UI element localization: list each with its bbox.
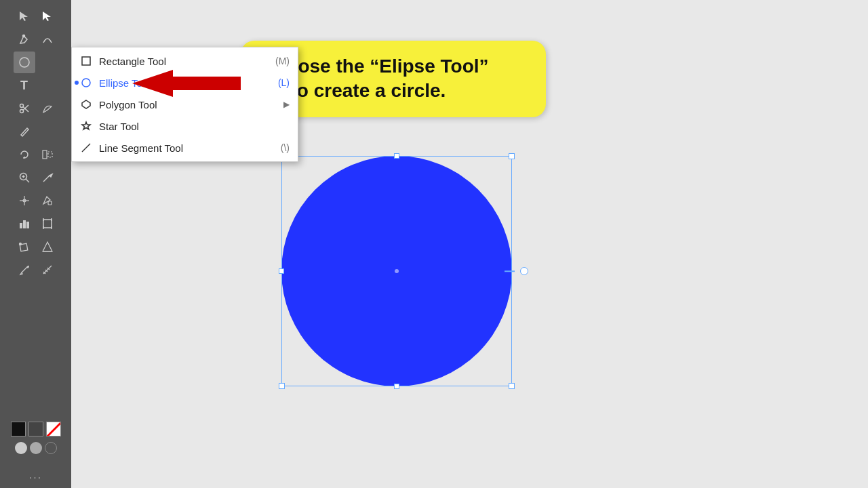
color-swatches (11, 422, 61, 454)
rectangle-tool-shortcut: (M) (275, 56, 290, 66)
line-segment-tool-menu-item[interactable]: Line Segment Tool (\) (72, 137, 298, 159)
svg-point-5 (20, 104, 23, 108)
svg-line-32 (22, 267, 27, 272)
circle-container (281, 156, 512, 386)
svg-line-41 (82, 144, 90, 152)
rectangle-tool-menu-item[interactable]: Rectangle Tool (M) (72, 50, 298, 72)
svg-rect-37 (82, 57, 90, 65)
svg-marker-39 (82, 100, 90, 108)
gradient-swatch[interactable] (30, 442, 42, 454)
type-tool[interactable]: T (14, 75, 35, 96)
star-tool-label: Star Tool (99, 121, 139, 132)
eyedropper-tool[interactable] (14, 259, 35, 281)
measure-tool[interactable] (37, 259, 58, 281)
tool-dropdown-menu: Rectangle Tool (M) Ellipse Tool (L) Poly… (71, 47, 298, 162)
star-tool-icon (80, 120, 92, 132)
instruction-arrow (132, 70, 241, 100)
handle-top-right[interactable] (509, 153, 515, 159)
svg-rect-19 (48, 201, 52, 205)
main-content: Rectangle Tool (M) Ellipse Tool (L) Poly… (71, 0, 868, 488)
svg-point-4 (20, 110, 23, 113)
artboard-tool[interactable] (37, 213, 58, 235)
selection-tool[interactable] (14, 5, 35, 27)
fill-swatch[interactable] (11, 422, 26, 436)
handle-bottom-right[interactable] (509, 383, 515, 389)
line-segment-tool-label: Line Segment Tool (99, 142, 183, 154)
ellipse-tool-shortcut: (L) (278, 77, 290, 88)
line-segment-tool-icon (80, 142, 92, 154)
scissors-tool[interactable] (14, 98, 35, 119)
selected-indicator (75, 81, 79, 85)
ellipse-tool-icon (80, 77, 92, 89)
rectangle-tool-icon (80, 55, 92, 67)
svg-rect-20 (20, 223, 22, 228)
color-mode-toggle[interactable] (15, 442, 27, 454)
stroke-swatch[interactable] (28, 422, 43, 436)
polygon-tool-label: Polygon Tool (99, 99, 157, 110)
column-graph-tool[interactable] (14, 213, 35, 235)
polygon-tool-submenu-arrow: ▶ (283, 100, 290, 109)
warp-tool[interactable] (37, 98, 58, 119)
svg-marker-0 (20, 12, 28, 21)
gradient-mesh-tool[interactable] (14, 190, 35, 211)
toolbar: T (0, 0, 71, 488)
center-point (395, 269, 399, 273)
svg-line-11 (26, 179, 29, 182)
magic-wand-tool[interactable] (37, 167, 58, 188)
rectangle-tool-label: Rectangle Tool (99, 56, 166, 67)
polygon-tool-icon (80, 98, 92, 110)
svg-point-3 (20, 58, 29, 67)
svg-marker-40 (82, 122, 90, 129)
zoom-tool[interactable] (14, 167, 35, 188)
handle-bottom-left[interactable] (279, 383, 285, 389)
svg-marker-1 (43, 12, 51, 21)
free-transform-tool[interactable] (14, 236, 35, 258)
rotate-tool[interactable] (14, 144, 35, 165)
pen-tool[interactable] (14, 28, 35, 50)
perspective-grid-tool[interactable] (37, 236, 58, 258)
ellipse-tool[interactable] (14, 52, 35, 73)
pencil-tool[interactable] (14, 121, 35, 142)
curvature-tool[interactable] (37, 28, 58, 50)
svg-rect-21 (23, 220, 26, 228)
svg-marker-43 (132, 70, 241, 97)
svg-rect-8 (43, 150, 47, 159)
canvas-area: Rectangle Tool (M) Ellipse Tool (L) Poly… (71, 0, 868, 488)
none-color-btn[interactable] (45, 442, 57, 454)
svg-line-14 (43, 176, 50, 182)
handle-right-circle[interactable] (520, 267, 528, 275)
svg-point-38 (82, 79, 90, 87)
svg-rect-22 (26, 222, 29, 228)
svg-marker-15 (50, 174, 52, 177)
line-segment-tool-shortcut: (\) (281, 142, 290, 153)
star-tool-menu-item[interactable]: Star Tool (72, 115, 298, 137)
none-swatch[interactable] (46, 422, 61, 436)
svg-marker-30 (43, 242, 52, 251)
svg-point-29 (19, 243, 21, 245)
reflect-tool[interactable] (37, 144, 58, 165)
svg-rect-23 (43, 220, 52, 228)
direct-selection-tool[interactable] (37, 5, 58, 27)
svg-point-2 (22, 35, 24, 37)
more-tools-dots[interactable]: ... (29, 469, 42, 481)
callout-text: Choose the “Elipse Tool” (L) to create a… (261, 54, 526, 104)
svg-rect-9 (48, 152, 52, 157)
live-paint-bucket-tool[interactable] (37, 190, 58, 211)
